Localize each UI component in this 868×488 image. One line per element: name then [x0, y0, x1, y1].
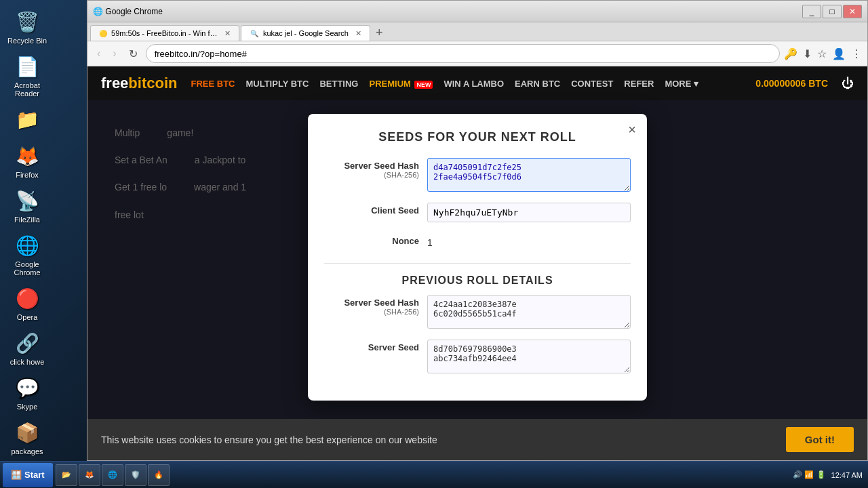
- minimize-button[interactable]: _: [802, 5, 821, 18]
- desktop: 🗑️ Recycle Bin 📄 Acrobat Reader 📁 🦊 Fire…: [0, 0, 87, 488]
- got-it-button[interactable]: Got it!: [786, 427, 854, 452]
- nav-links: FREE BTC MULTIPLY BTC BETTING PREMIUM NE…: [191, 79, 742, 89]
- server-seed-label: Server Seed Hash (SHA-256): [324, 158, 419, 179]
- packages-label: packages: [11, 447, 43, 455]
- nav-premium-label: PREMIUM: [369, 79, 410, 89]
- nav-refer[interactable]: REFER: [624, 79, 654, 89]
- clickhowe-label: click howe: [10, 358, 45, 366]
- unknown-icon: 📁: [14, 106, 41, 133]
- menu-icon[interactable]: ⋮: [851, 47, 862, 60]
- taskbar-chrome[interactable]: 🌐: [102, 464, 123, 486]
- site-body: Multip game! Set a Bet An a Jackpot to G…: [87, 100, 867, 460]
- address-input[interactable]: [146, 44, 780, 63]
- filezilla-label: FileZilla: [14, 216, 40, 224]
- new-tab-button[interactable]: +: [372, 26, 387, 40]
- modal-title: SEEDS FOR YOUR NEXT ROLL: [324, 130, 631, 144]
- firefox-label: Firefox: [16, 171, 39, 179]
- tab-label-freebitco: 59m:50s - FreeBitco.in - Win free bi...: [111, 29, 218, 37]
- close-button[interactable]: ✕: [843, 5, 862, 18]
- window-controls: _ □ ✕: [802, 5, 862, 18]
- tab-google[interactable]: 🔍 kukac jel - Google Search ✕: [241, 25, 370, 41]
- desktop-icon-recycle-bin[interactable]: 🗑️ Recycle Bin: [3, 5, 52, 47]
- prev-server-seed-label: Server Seed Hash (SHA-256): [324, 295, 419, 316]
- server-seed-textarea[interactable]: d4a7405091d7c2fe25 2fae4a9504f5c7f0d6: [427, 158, 631, 192]
- nav-betting[interactable]: BETTING: [319, 79, 358, 89]
- taskbar: 🪟 Start 📂 🦊 🌐 🛡️ 🔥 🔊 📶 🔋 12:47 AM: [0, 461, 868, 488]
- tab-close-freebitco[interactable]: ✕: [224, 29, 231, 38]
- key-icon: 🔑: [784, 47, 797, 60]
- start-button[interactable]: 🪟 Start: [3, 463, 53, 487]
- address-icons: 🔑 ⬇ ☆ 👤 ⋮: [784, 47, 862, 60]
- taskbar-tray: 🔊 📶 🔋 12:47 AM: [787, 470, 868, 479]
- desktop-icon-skype[interactable]: 💬 Skype: [3, 371, 52, 413]
- nav-earn[interactable]: EARN BTC: [515, 79, 560, 89]
- desktop-icon-opera[interactable]: 🔴 Opera: [3, 282, 52, 324]
- modal-close-button[interactable]: ×: [628, 122, 636, 138]
- power-icon[interactable]: ⏻: [842, 77, 854, 91]
- firefox-icon: 🦊: [14, 142, 41, 169]
- tab-favicon-google: 🔍: [250, 28, 259, 38]
- browser-title: 🌐 Google Chrome: [93, 7, 163, 16]
- seeds-modal: × SEEDS FOR YOUR NEXT ROLL Server Seed H…: [308, 114, 647, 401]
- clickhowe-icon: 🔗: [14, 329, 41, 357]
- prev-server-seed-row: Server Seed Hash (SHA-256) 4c24aa1c2083e…: [324, 295, 631, 329]
- tab-close-google[interactable]: ✕: [355, 29, 361, 38]
- prev-server-seed-row2: Server Seed 8d70b7697986900e3 abc734afb9…: [324, 340, 631, 373]
- tray-icons: 🔊 📶 🔋: [793, 470, 825, 479]
- user-icon[interactable]: 👤: [832, 47, 846, 60]
- taskbar-explorer[interactable]: 📂: [56, 464, 77, 486]
- premium-badge: NEW: [414, 81, 433, 89]
- taskbar-firefox[interactable]: 🦊: [79, 464, 100, 486]
- desktop-icon-filezilla[interactable]: 📡 FileZilla: [3, 184, 52, 226]
- bookmark-icon[interactable]: ☆: [817, 47, 827, 60]
- cookie-banner: This website uses cookies to ensure you …: [87, 419, 867, 460]
- filezilla-icon: 📡: [14, 187, 41, 214]
- tab-freebitco[interactable]: 🟡 59m:50s - FreeBitco.in - Win free bi..…: [90, 25, 239, 41]
- taskbar-fire[interactable]: 🔥: [148, 464, 170, 486]
- title-bar: 🌐 Google Chrome _ □ ✕: [87, 1, 867, 22]
- forward-button[interactable]: ›: [108, 46, 120, 61]
- acrobat-label: Acrobat Reader: [5, 81, 49, 98]
- desktop-icon-acrobat[interactable]: 📄 Acrobat Reader: [3, 50, 52, 100]
- chrome-label: Google Chrome: [5, 260, 49, 277]
- desktop-icon-chrome[interactable]: 🌐 Google Chrome: [3, 229, 52, 279]
- modal-overlay: × SEEDS FOR YOUR NEXT ROLL Server Seed H…: [87, 100, 867, 460]
- client-seed-label: Client Seed: [324, 203, 419, 216]
- prev-server-seed-sublabel: (SHA-256): [324, 308, 419, 316]
- client-seed-row: Client Seed: [324, 203, 631, 222]
- refresh-button[interactable]: ↻: [125, 46, 142, 62]
- nav-lambo[interactable]: WIN A LAMBO: [443, 79, 504, 89]
- site-header: freebitcoin FREE BTC MULTIPLY BTC BETTIN…: [87, 66, 867, 100]
- prev-server-seed-textarea2[interactable]: 8d70b7697986900e3 abc734afb92464ee4: [427, 340, 631, 373]
- taskbar-shield[interactable]: 🛡️: [125, 464, 146, 486]
- firefox-taskbar-icon: 🦊: [85, 470, 94, 479]
- desktop-icon-unknown[interactable]: 📁: [3, 103, 52, 137]
- previous-roll-title: PREVIOUS ROLL DETAILS: [324, 274, 631, 287]
- cookie-text: This website uses cookies to ensure you …: [101, 434, 437, 445]
- client-seed-input[interactable]: [427, 203, 631, 222]
- desktop-icon-firefox[interactable]: 🦊 Firefox: [3, 140, 52, 182]
- tabs-bar: 🟡 59m:50s - FreeBitco.in - Win free bi..…: [87, 22, 867, 41]
- nav-free-btc[interactable]: FREE BTC: [191, 79, 235, 89]
- download-icon: ⬇: [803, 47, 812, 60]
- tab-favicon-freebitco: 🟡: [99, 28, 107, 38]
- back-button[interactable]: ‹: [93, 46, 104, 61]
- nav-contest[interactable]: CONTEST: [571, 79, 613, 89]
- nav-multiply[interactable]: MULTIPLY BTC: [245, 79, 309, 89]
- taskbar-time: 12:47 AM: [831, 471, 863, 479]
- desktop-icon-packages[interactable]: 📦 packages: [3, 416, 52, 458]
- tab-label-google: kukac jel - Google Search: [263, 29, 349, 37]
- nonce-row: Nonce 1: [324, 233, 631, 252]
- site-logo: freebitcoin: [101, 75, 177, 92]
- desktop-icon-clickhowe[interactable]: 🔗 click howe: [3, 327, 52, 369]
- recycle-bin-icon: 🗑️: [14, 8, 41, 35]
- browser-window: 🌐 Google Chrome _ □ ✕ 🟡 59m:50s - FreeBi…: [87, 0, 868, 461]
- nav-more[interactable]: MORE ▾: [665, 79, 698, 89]
- nav-premium[interactable]: PREMIUM NEW: [369, 79, 433, 89]
- title-bar-left: 🌐 Google Chrome: [93, 7, 163, 16]
- maximize-button[interactable]: □: [823, 5, 842, 18]
- nonce-label: Nonce: [324, 233, 419, 246]
- recycle-bin-label: Recycle Bin: [7, 37, 47, 45]
- opera-icon: 🔴: [14, 285, 41, 312]
- prev-server-seed-textarea[interactable]: 4c24aa1c2083e387e 6c020d5565b51ca4f: [427, 295, 631, 329]
